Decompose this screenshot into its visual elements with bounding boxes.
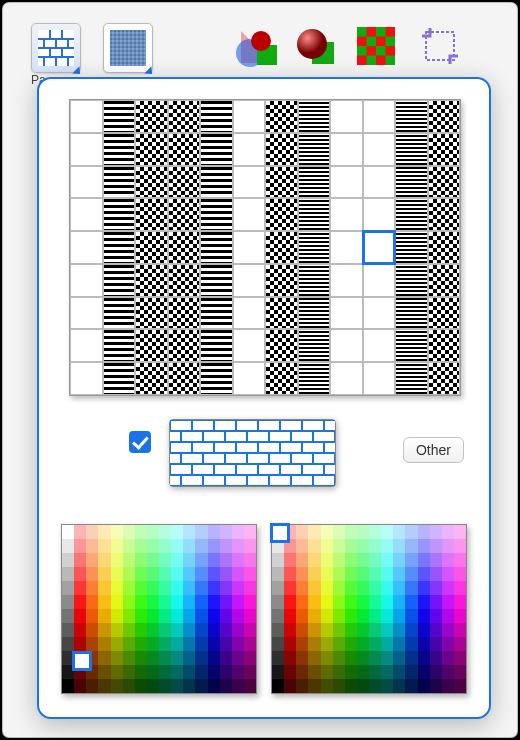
color-swatch[interactable]: [98, 553, 110, 567]
color-swatch[interactable]: [220, 637, 232, 651]
pattern-swatch[interactable]: [103, 362, 136, 395]
pattern-swatch[interactable]: [363, 133, 396, 166]
color-swatch[interactable]: [284, 665, 296, 679]
color-swatch[interactable]: [220, 581, 232, 595]
color-swatch[interactable]: [135, 679, 147, 693]
color-swatch[interactable]: [296, 553, 308, 567]
color-swatch[interactable]: [159, 623, 171, 637]
color-swatch[interactable]: [393, 581, 405, 595]
color-swatch[interactable]: [111, 623, 123, 637]
color-swatch[interactable]: [369, 609, 381, 623]
pattern-swatch[interactable]: [363, 264, 396, 297]
color-swatch[interactable]: [171, 679, 183, 693]
color-swatch[interactable]: [111, 651, 123, 665]
color-swatch[interactable]: [430, 651, 442, 665]
pattern-swatch[interactable]: [103, 264, 136, 297]
color-swatch[interactable]: [147, 665, 159, 679]
color-swatch[interactable]: [308, 637, 320, 651]
color-swatch[interactable]: [220, 623, 232, 637]
use-pattern-checkbox[interactable]: [129, 431, 151, 453]
tool-crop[interactable]: [417, 23, 463, 69]
pattern-swatch[interactable]: [200, 231, 233, 264]
pattern-swatch[interactable]: [135, 264, 168, 297]
color-swatch[interactable]: [430, 595, 442, 609]
pattern-swatch[interactable]: [233, 329, 266, 362]
pattern-swatch[interactable]: [298, 264, 331, 297]
color-swatch[interactable]: [232, 651, 244, 665]
color-swatch[interactable]: [333, 595, 345, 609]
color-swatch[interactable]: [308, 679, 320, 693]
color-swatch[interactable]: [454, 581, 466, 595]
color-swatch[interactable]: [183, 637, 195, 651]
color-swatch[interactable]: [135, 651, 147, 665]
color-swatch[interactable]: [345, 665, 357, 679]
color-swatch[interactable]: [345, 553, 357, 567]
color-swatch[interactable]: [418, 581, 430, 595]
color-swatch[interactable]: [308, 665, 320, 679]
color-swatch[interactable]: [98, 665, 110, 679]
color-swatch[interactable]: [333, 665, 345, 679]
color-swatch[interactable]: [357, 623, 369, 637]
color-swatch[interactable]: [74, 637, 86, 651]
color-swatch[interactable]: [220, 679, 232, 693]
color-swatch[interactable]: [393, 539, 405, 553]
color-swatch[interactable]: [393, 609, 405, 623]
color-swatch[interactable]: [74, 525, 86, 539]
color-swatch[interactable]: [321, 623, 333, 637]
color-swatch[interactable]: [418, 637, 430, 651]
color-swatch[interactable]: [442, 651, 454, 665]
color-swatch[interactable]: [123, 637, 135, 651]
color-swatch[interactable]: [147, 525, 159, 539]
color-swatch[interactable]: [147, 553, 159, 567]
color-swatch[interactable]: [272, 665, 284, 679]
color-swatch[interactable]: [405, 581, 417, 595]
color-swatch[interactable]: [171, 651, 183, 665]
color-swatch[interactable]: [195, 553, 207, 567]
color-swatch[interactable]: [430, 609, 442, 623]
color-swatch[interactable]: [183, 651, 195, 665]
other-button[interactable]: Other: [403, 437, 464, 463]
pattern-swatch[interactable]: [363, 329, 396, 362]
color-swatch[interactable]: [272, 623, 284, 637]
color-swatch[interactable]: [244, 567, 256, 581]
color-swatch[interactable]: [195, 567, 207, 581]
color-swatch[interactable]: [284, 595, 296, 609]
color-swatch[interactable]: [393, 665, 405, 679]
color-swatch[interactable]: [393, 525, 405, 539]
pattern-swatch[interactable]: [428, 198, 461, 231]
color-swatch[interactable]: [405, 539, 417, 553]
pattern-swatch[interactable]: [103, 329, 136, 362]
color-swatch[interactable]: [284, 651, 296, 665]
pattern-swatch[interactable]: [233, 100, 266, 133]
color-swatch[interactable]: [208, 665, 220, 679]
color-swatch[interactable]: [183, 581, 195, 595]
color-swatch[interactable]: [135, 609, 147, 623]
color-swatch[interactable]: [208, 539, 220, 553]
color-swatch[interactable]: [345, 609, 357, 623]
color-swatch[interactable]: [232, 637, 244, 651]
color-swatch[interactable]: [183, 553, 195, 567]
pattern-swatch[interactable]: [168, 231, 201, 264]
pattern-swatch[interactable]: [233, 264, 266, 297]
pattern-swatch[interactable]: [265, 166, 298, 199]
color-swatch[interactable]: [98, 525, 110, 539]
color-swatch[interactable]: [208, 609, 220, 623]
pattern-swatch[interactable]: [70, 329, 103, 362]
color-swatch[interactable]: [183, 609, 195, 623]
color-swatch[interactable]: [296, 651, 308, 665]
color-swatch[interactable]: [74, 623, 86, 637]
color-swatch[interactable]: [244, 595, 256, 609]
pattern-swatch[interactable]: [428, 133, 461, 166]
color-swatch[interactable]: [183, 679, 195, 693]
pattern-swatch[interactable]: [200, 166, 233, 199]
pattern-swatch[interactable]: [395, 133, 428, 166]
color-swatch[interactable]: [381, 581, 393, 595]
color-swatch[interactable]: [159, 595, 171, 609]
color-swatch[interactable]: [74, 679, 86, 693]
color-swatch[interactable]: [135, 623, 147, 637]
color-swatch[interactable]: [111, 553, 123, 567]
color-swatch[interactable]: [454, 623, 466, 637]
color-swatch[interactable]: [369, 581, 381, 595]
color-swatch[interactable]: [208, 581, 220, 595]
color-swatch[interactable]: [232, 581, 244, 595]
